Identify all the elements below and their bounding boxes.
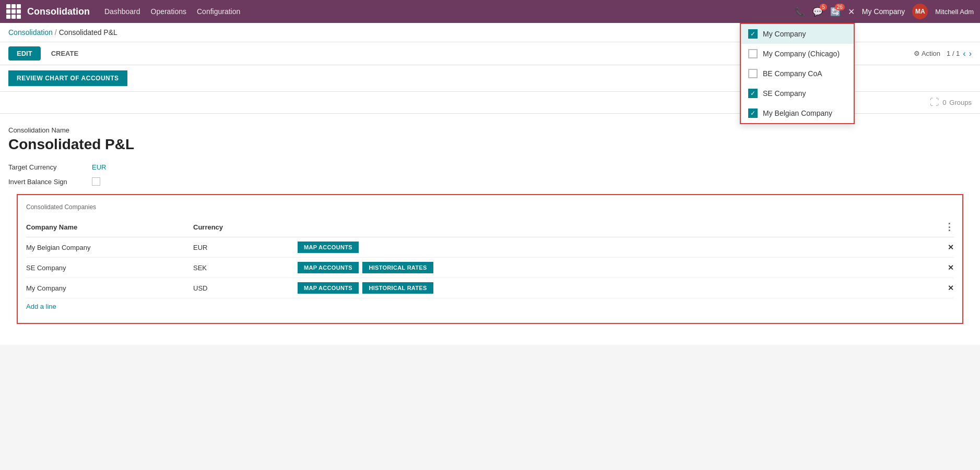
dropdown-checkbox-1[interactable] [748, 29, 758, 39]
map-accounts-button-1[interactable]: MAP ACCOUNTS [298, 242, 359, 253]
nav-configuration[interactable]: Configuration [197, 7, 240, 16]
row-company-3: My Company [26, 284, 193, 292]
table-row: My Company USD MAP ACCOUNTS HISTORICAL R… [26, 278, 954, 298]
avatar-initials: MA [915, 8, 925, 15]
groups-count: 0 [942, 99, 946, 106]
groups-icon: ⛶ [930, 97, 939, 108]
consolidation-name-value: Consolidated P&L [8, 136, 972, 153]
row-currency-2: SEK [193, 264, 298, 272]
dropdown-label-4: SE Company [763, 89, 806, 98]
dropdown-checkbox-3[interactable] [748, 69, 758, 78]
dropdown-item-2[interactable]: My Company (Chicago) [741, 44, 854, 64]
updates-icon[interactable]: 🔄 26 [830, 7, 841, 17]
brand-name: Consolidation [27, 6, 90, 17]
groups-label: Groups [949, 99, 972, 106]
groups-indicator: ⛶ 0 Groups [930, 97, 972, 108]
dropdown-checkbox-2[interactable] [748, 49, 758, 58]
invert-balance-label: Invert Balance Sign [8, 178, 92, 186]
row-actions-1: MAP ACCOUNTS [298, 242, 938, 253]
delete-row-3[interactable]: ✕ [948, 284, 954, 292]
table-row: My Belgian Company EUR MAP ACCOUNTS ✕ [26, 237, 954, 258]
map-accounts-button-2[interactable]: MAP ACCOUNTS [298, 262, 359, 273]
invert-balance-checkbox[interactable] [92, 177, 100, 186]
review-chart-button[interactable]: REVIEW CHART OF ACCOUNTS [8, 70, 127, 86]
add-line[interactable]: Add a line [26, 298, 56, 315]
dropdown-checkbox-4[interactable] [748, 89, 758, 98]
historical-rates-button-3[interactable]: HISTORICAL RATES [362, 282, 433, 294]
dropdown-item-5[interactable]: My Belgian Company [741, 103, 854, 123]
table-header: Company Name Currency ⋮ [26, 217, 954, 237]
pagination-next[interactable]: › [969, 49, 972, 58]
edit-button[interactable]: EDIT [8, 46, 41, 61]
breadcrumb-separator: / [55, 28, 57, 37]
section-title: Consolidated Companies [26, 203, 954, 211]
consolidation-name-label: Consolidation Name [8, 126, 972, 134]
map-accounts-button-3[interactable]: MAP ACCOUNTS [298, 282, 359, 294]
nav-company-label[interactable]: My Company [862, 7, 905, 16]
close-icon[interactable]: ✕ [848, 7, 855, 17]
pagination: 1 / 1 ‹ › [947, 49, 972, 58]
historical-rates-button-2[interactable]: HISTORICAL RATES [362, 262, 433, 273]
row-actions-2: MAP ACCOUNTS HISTORICAL RATES [298, 262, 938, 273]
breadcrumb-current: Consolidated P&L [59, 28, 117, 37]
delete-row-1[interactable]: ✕ [948, 243, 954, 251]
nav-operations[interactable]: Operations [151, 7, 186, 16]
action-button[interactable]: ⚙ Action [914, 50, 940, 57]
app-grid-icon[interactable] [6, 4, 21, 19]
dropdown-item-1[interactable]: My Company [741, 24, 854, 44]
top-nav-right: 📞 💬 5 🔄 26 ✕ My Company MA Mitchell Adm [795, 4, 974, 19]
dropdown-label-2: My Company (Chicago) [763, 50, 840, 58]
top-nav-menu: Dashboard Operations Configuration [104, 7, 240, 16]
company-dropdown-panel: My Company My Company (Chicago) BE Compa… [740, 23, 855, 124]
target-currency-value: EUR [92, 163, 106, 171]
delete-row-2[interactable]: ✕ [948, 263, 954, 272]
row-currency-1: EUR [193, 244, 298, 251]
table-row: SE Company SEK MAP ACCOUNTS HISTORICAL R… [26, 258, 954, 278]
row-company-1: My Belgian Company [26, 244, 193, 251]
pagination-prev[interactable]: ‹ [963, 49, 965, 58]
phone-icon[interactable]: 📞 [795, 7, 805, 17]
dropdown-label-1: My Company [763, 30, 806, 38]
column-options-icon[interactable]: ⋮ [944, 221, 954, 233]
dropdown-label-3: BE Company CoA [763, 69, 822, 78]
dropdown-item-4[interactable]: SE Company [741, 83, 854, 103]
dropdown-checkbox-5[interactable] [748, 109, 758, 118]
updates-badge: 26 [835, 4, 845, 10]
col-header-currency: Currency [193, 223, 298, 231]
row-actions-3: MAP ACCOUNTS HISTORICAL RATES [298, 282, 938, 294]
companies-section: Consolidated Companies Company Name Curr… [17, 194, 963, 324]
target-currency-label: Target Currency [8, 163, 92, 171]
pagination-text: 1 / 1 [947, 50, 960, 57]
messages-badge: 5 [820, 4, 827, 10]
nav-username: Mitchell Adm [935, 8, 974, 16]
row-currency-3: USD [193, 284, 298, 292]
top-nav: Consolidation Dashboard Operations Confi… [0, 0, 980, 23]
create-button[interactable]: CREATE [47, 46, 82, 61]
dropdown-item-3[interactable]: BE Company CoA [741, 64, 854, 83]
invert-balance-row: Invert Balance Sign [8, 177, 972, 186]
target-currency-row: Target Currency EUR [8, 163, 972, 171]
avatar[interactable]: MA [912, 4, 928, 19]
dropdown-label-5: My Belgian Company [763, 109, 832, 117]
breadcrumb-parent[interactable]: Consolidation [8, 28, 53, 37]
action-button-label: ⚙ Action [914, 50, 940, 57]
row-company-2: SE Company [26, 264, 193, 272]
nav-dashboard[interactable]: Dashboard [104, 7, 140, 16]
messages-icon[interactable]: 💬 5 [812, 7, 823, 17]
main-content: Consolidation Name Consolidated P&L Targ… [0, 114, 980, 345]
page-wrapper: Consolidation Dashboard Operations Confi… [0, 0, 980, 345]
col-header-company: Company Name [26, 223, 193, 231]
